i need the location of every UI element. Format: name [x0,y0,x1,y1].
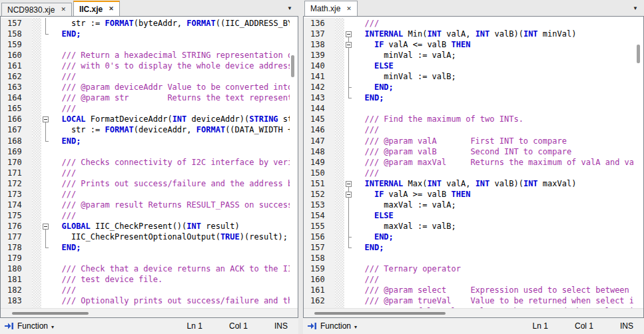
pane-splitter[interactable] [298,0,303,334]
tab-iic[interactable]: IIC.xje ✕ [73,1,120,16]
code-text: INTERNAL Min(INT valA, INT valB)(INT min… [354,29,633,39]
gutter-hatch [335,295,344,306]
code-line: 143 END; [304,92,643,103]
vertical-scrollbar-thumb[interactable] [637,45,640,63]
line-number: 140 [304,61,335,71]
fold-column [344,189,354,200]
editor-pane-right: Math.xje ✕ ▼ 136 ///137 INTERNAL Min(INT… [303,0,644,334]
comment-token: /// @param trueVal Value to be returned … [355,296,633,305]
comment-token: /// [355,168,379,178]
keyword-token: INT [476,179,490,188]
comment-token: /// Checks connectivity of I2C interface… [52,158,290,167]
code-token: )(result); [240,232,288,242]
code-area[interactable]: 157 str := FORMAT(byteAddr, FORMAT((IIC_… [1,17,298,309]
comment-token: /// test device file. [52,275,162,284]
code-area[interactable]: 136 ///137 INTERNAL Min(INT valA, INT va… [304,17,643,309]
line-number: 138 [304,39,335,50]
tab-label: Math.xje [310,4,340,13]
gutter-hatch [32,178,41,189]
comment-token: /// Ternary operator [355,264,461,273]
line-number: 145 [304,114,335,124]
tab-list-dropdown-icon[interactable]: ▼ [633,6,638,11]
tab-math[interactable]: Math.xje ✕ [304,1,358,16]
fold-collapse-icon[interactable] [346,181,352,187]
gutter-hatch [335,221,344,232]
code-token [355,61,374,71]
keyword-token: END; [364,93,384,102]
fold-column [41,178,51,189]
code-line: 178 END; [1,242,298,253]
code-text: /// [51,168,290,178]
line-number: 179 [1,253,32,263]
line-number: 162 [304,295,335,306]
code-text: END; [51,29,290,39]
keyword-token: THEN [452,190,471,199]
code-line: 153 maxVal := valA; [304,200,643,210]
code-text: /// Prints out success/failure and the a… [51,178,290,189]
fold-collapse-icon[interactable] [346,192,352,198]
code-text: /// @param select Expression used to sel… [354,285,633,295]
chevron-down-icon[interactable]: ▾ [354,323,357,330]
fold-column [344,124,354,135]
code-line: 172 /// Prints out success/failure and t… [1,178,298,189]
status-bar-left: Function ▾ Ln 1 Col 1 INS [0,318,298,334]
gutter-hatch [335,61,344,71]
horizontal-scrollbar-thumb[interactable] [314,312,446,315]
code-text: /// [354,18,633,29]
gutter-hatch [32,136,41,146]
fold-column [41,50,51,61]
fold-collapse-icon[interactable] [346,31,352,37]
comment-token: /// [52,168,76,178]
horizontal-scrollbar-thumb[interactable] [12,312,89,315]
function-dropdown[interactable]: Function [17,321,48,331]
comment-token: /// Find the maximum of two INTs. [355,114,523,124]
code-text: END; [354,92,633,103]
keyword-token: IF [374,190,384,199]
code-text: ELSE [354,61,633,71]
comment-token: /// @param str Returns the text represen… [52,93,290,102]
code-line: 173 /// [1,189,298,200]
function-dropdown[interactable]: Function [320,321,351,331]
chevron-down-icon[interactable]: ▾ [51,323,54,330]
vertical-scrollbar-thumb[interactable] [291,55,294,77]
tab-list-dropdown-icon[interactable]: ▼ [287,6,292,11]
fold-collapse-icon[interactable] [346,42,352,48]
code-line: 159 /// Ternary operator [304,263,643,274]
horizontal-scrollbar[interactable] [1,308,298,317]
horizontal-scrollbar[interactable] [304,308,643,317]
gutter-hatch [335,50,344,61]
fold-collapse-icon[interactable] [43,116,49,122]
comment-token: /// Return a hexadecimal STRING represen… [52,51,290,60]
fold-collapse-icon[interactable] [43,224,49,230]
fold-column [344,221,354,232]
comment-token: /// @param maxVal Returns the maximum of… [355,158,633,167]
code-text: ELSE [354,210,633,221]
close-icon[interactable]: ✕ [109,6,114,12]
fold-column [344,200,354,210]
comment-token: /// @param deviceAddr Value to be conver… [52,83,290,92]
line-number: 182 [1,285,32,295]
line-number: 159 [304,263,335,274]
code-text: /// Check that a device returns an ACK t… [51,263,290,274]
gutter-hatch [335,114,344,124]
line-number: 160 [1,50,32,61]
comment-token: /// Optionally prints out success/failur… [52,296,290,305]
close-icon[interactable]: ✕ [61,7,66,13]
tab-ncd9830[interactable]: NCD9830.xje ✕ [1,3,72,16]
line-number: 158 [304,253,335,263]
keyword-token: IF [374,40,384,49]
keyword-token: INT [523,29,538,39]
status-insert-mode: INS [620,321,633,331]
line-number: 169 [1,146,32,157]
fold-column [344,39,354,50]
keyword-token: INTERNAL [364,29,403,39]
close-icon[interactable]: ✕ [346,6,352,12]
fold-column [41,221,51,232]
code-line: 181 /// test device file. [1,274,298,285]
gutter-hatch [335,189,344,200]
code-text [354,253,633,263]
code-token: minVal := valB; [355,72,456,81]
fold-column [41,136,51,146]
code-text: /// Find the maximum of two INTs. [354,114,633,124]
code-line: 176 GLOBAL IIC_CheckPresent()(INT result… [1,221,298,232]
